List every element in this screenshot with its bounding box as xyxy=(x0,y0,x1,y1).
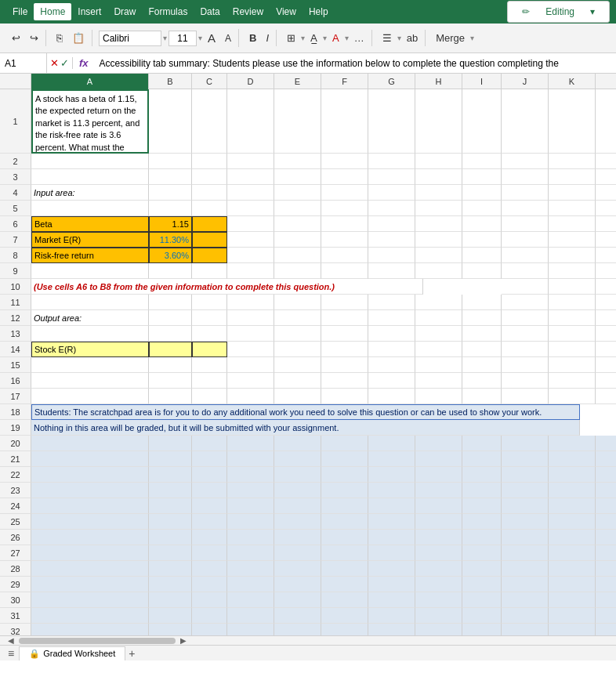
cell-b2[interactable] xyxy=(149,154,192,169)
cell-k26[interactable] xyxy=(549,530,596,545)
cell-g22[interactable] xyxy=(368,467,415,483)
cell-a28[interactable] xyxy=(31,561,149,577)
cell-i8[interactable] xyxy=(462,248,502,263)
cell-k20[interactable] xyxy=(549,436,596,451)
cell-i2[interactable] xyxy=(462,154,502,169)
col-header-l[interactable]: L xyxy=(596,74,616,89)
cell-l3[interactable] xyxy=(596,169,616,185)
cell-c31[interactable] xyxy=(192,608,227,624)
cell-c30[interactable] xyxy=(192,592,227,608)
cell-i23[interactable] xyxy=(462,483,502,498)
cell-a32[interactable] xyxy=(31,624,149,635)
cell-l31[interactable] xyxy=(596,608,616,624)
cell-c11[interactable] xyxy=(192,295,227,310)
cell-d7[interactable] xyxy=(227,232,274,248)
cell-d21[interactable] xyxy=(227,451,274,467)
menu-review[interactable]: Review xyxy=(226,3,270,20)
cell-k12[interactable] xyxy=(549,310,596,326)
cell-d24[interactable] xyxy=(227,498,274,514)
cell-i22[interactable] xyxy=(462,467,502,483)
cell-f3[interactable] xyxy=(321,169,368,185)
cell-d29[interactable] xyxy=(227,577,274,592)
cell-g30[interactable] xyxy=(368,592,415,608)
cell-d32[interactable] xyxy=(227,624,274,635)
cell-k30[interactable] xyxy=(549,592,596,608)
cell-i17[interactable] xyxy=(462,389,502,404)
cell-f14[interactable] xyxy=(321,342,368,357)
cell-j31[interactable] xyxy=(502,608,549,624)
cell-d15[interactable] xyxy=(227,357,274,373)
formula-text[interactable]: Accessibility tab summary: Students plea… xyxy=(95,58,616,69)
cell-l14[interactable] xyxy=(596,342,616,357)
cell-g1[interactable] xyxy=(368,89,415,154)
cell-k25[interactable] xyxy=(549,514,596,530)
editing-button[interactable]: ✏ Editing ▾ xyxy=(507,1,610,23)
cell-i21[interactable] xyxy=(462,451,502,467)
cell-l9[interactable] xyxy=(596,263,616,279)
cell-i26[interactable] xyxy=(462,530,502,545)
font-color-button[interactable]: A xyxy=(328,30,343,46)
cell-j22[interactable] xyxy=(502,467,549,483)
cell-c2[interactable] xyxy=(192,154,227,169)
cell-k22[interactable] xyxy=(549,467,596,483)
cell-j15[interactable] xyxy=(502,357,549,373)
cell-e13[interactable] xyxy=(274,326,321,342)
cell-l8[interactable] xyxy=(596,248,616,263)
cell-f22[interactable] xyxy=(321,467,368,483)
cell-h12[interactable] xyxy=(415,310,462,326)
cell-g7[interactable] xyxy=(368,232,415,248)
cell-g9[interactable] xyxy=(368,263,415,279)
cell-l6[interactable] xyxy=(596,216,616,232)
cell-j13[interactable] xyxy=(502,326,549,342)
cell-a8[interactable]: Risk-free return xyxy=(31,248,149,263)
cell-k17[interactable] xyxy=(549,389,596,404)
cell-e1[interactable] xyxy=(274,89,321,154)
cell-e23[interactable] xyxy=(274,483,321,498)
cell-i6[interactable] xyxy=(462,216,502,232)
cell-c3[interactable] xyxy=(192,169,227,185)
cell-b14[interactable] xyxy=(149,342,192,357)
cell-d5[interactable] xyxy=(227,201,274,216)
font-decrease-button[interactable]: A xyxy=(221,31,235,46)
cell-d31[interactable] xyxy=(227,608,274,624)
more-button[interactable]: … xyxy=(350,30,368,46)
hamburger-button[interactable]: ≡ xyxy=(3,647,19,660)
cell-e20[interactable] xyxy=(274,436,321,451)
cell-i31[interactable] xyxy=(462,608,502,624)
cell-b1[interactable] xyxy=(149,89,192,154)
cell-e30[interactable] xyxy=(274,592,321,608)
cell-i16[interactable] xyxy=(462,373,502,389)
cell-i28[interactable] xyxy=(462,561,502,577)
cell-b31[interactable] xyxy=(149,608,192,624)
cell-l24[interactable] xyxy=(596,498,616,514)
cell-g27[interactable] xyxy=(368,545,415,561)
cell-c29[interactable] xyxy=(192,577,227,592)
col-header-a[interactable]: A xyxy=(31,74,149,89)
cell-b27[interactable] xyxy=(149,545,192,561)
cell-j27[interactable] xyxy=(502,545,549,561)
cell-l5[interactable] xyxy=(596,201,616,216)
cell-l32[interactable] xyxy=(596,624,616,635)
cell-a20[interactable] xyxy=(31,436,149,451)
cell-f21[interactable] xyxy=(321,451,368,467)
paste-button[interactable]: 📋 xyxy=(68,30,89,46)
cell-j24[interactable] xyxy=(502,498,549,514)
cell-e27[interactable] xyxy=(274,545,321,561)
cell-k21[interactable] xyxy=(549,451,596,467)
cell-j30[interactable] xyxy=(502,592,549,608)
cell-i4[interactable] xyxy=(462,185,502,201)
cell-b21[interactable] xyxy=(149,451,192,467)
cell-b20[interactable] xyxy=(149,436,192,451)
cell-l1[interactable] xyxy=(596,89,616,154)
cell-h29[interactable] xyxy=(415,577,462,592)
cell-k27[interactable] xyxy=(549,545,596,561)
cell-a31[interactable] xyxy=(31,608,149,624)
cell-j16[interactable] xyxy=(502,373,549,389)
cell-e3[interactable] xyxy=(274,169,321,185)
cell-k11[interactable] xyxy=(549,295,596,310)
cell-e9[interactable] xyxy=(274,263,321,279)
cell-b9[interactable] xyxy=(149,263,192,279)
cell-b6[interactable]: 1.15 xyxy=(149,216,192,232)
cell-k14[interactable] xyxy=(549,342,596,357)
cell-b3[interactable] xyxy=(149,169,192,185)
